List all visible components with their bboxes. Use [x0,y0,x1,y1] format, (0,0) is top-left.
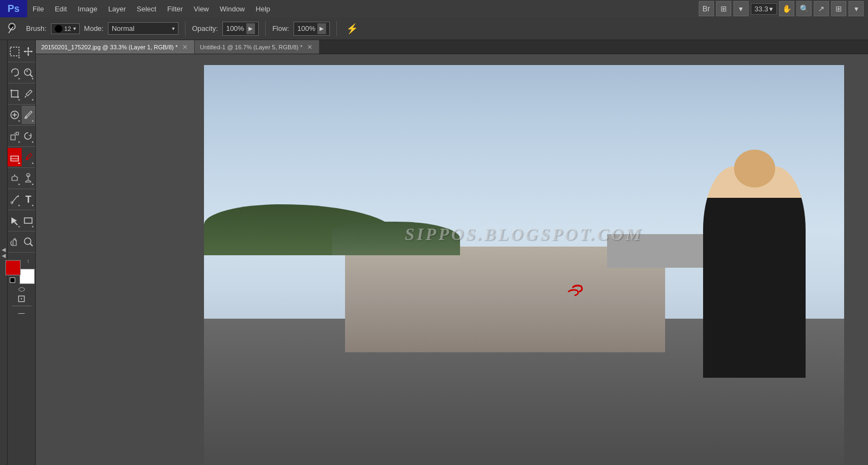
spot-healing-tool[interactable]: ▸ [8,106,22,124]
brush-size: 12 [65,25,71,32]
mode-dropdown[interactable]: Normal ▾ [108,22,178,35]
menu-right-area: Br ⊞ ▾ 33.3 ▾ ✋ 🔍 ↗ ⊞ ▾ [699,1,868,16]
move-tool[interactable] [22,42,36,61]
arrange-dropdown[interactable]: ▾ [733,1,749,16]
swap-colors-icon[interactable]: ↕ [27,258,34,264]
tool-group-pen: ▸ T ▸ [8,190,35,210]
extra-tools-indicator: — [12,308,31,318]
menu-bar: Ps File Edit Image Layer Select Filter V… [0,0,868,17]
search-icon[interactable]: 🔍 [796,1,812,16]
mode-value: Normal [112,24,135,33]
menu-window[interactable]: Window [214,0,250,17]
doc-area: 20150201_175202.jpg @ 33.3% (Layer 1, RG… [36,40,868,465]
mode-label: Mode: [84,24,104,33]
tool-group-selection: ▸ [8,42,35,62]
divider-3 [336,21,337,36]
brush-label: Brush: [26,24,47,33]
menu-view[interactable]: View [188,0,214,17]
tab-1-label: Untitled-1 @ 16.7% (Layer 5, RGB/8) * [200,44,303,50]
shape-tool[interactable]: ▸ [22,211,36,230]
background-color[interactable] [20,269,35,284]
flow-label: Flow: [272,24,289,33]
workspaces-icon[interactable]: ⊞ [831,1,846,16]
zoom-display: 33.3 ▾ [751,3,777,15]
menu-help[interactable]: Help [250,0,276,17]
crop-tool[interactable]: ▸ [8,85,22,103]
tool-group-healing: ▸ ▸ [8,106,35,126]
tab-bar: 20150201_175202.jpg @ 33.3% (Layer 1, RG… [36,40,868,54]
menu-image[interactable]: Image [72,0,103,17]
airbrush-toggle[interactable]: ⚡ [343,20,361,37]
clone-stamp-tool[interactable]: ▸ [8,127,22,145]
svg-rect-20 [24,218,32,223]
menu-select[interactable]: Select [131,0,162,17]
flow-increase[interactable]: ▶ [317,23,326,34]
history-brush-tool[interactable]: ▸ [22,127,36,145]
opacity-value: 100% [226,24,244,33]
tool-group-crop: ▸ ▸ [8,85,35,105]
zoom-tool[interactable] [22,232,36,251]
lasso-tool[interactable]: ▸ [8,63,22,82]
svg-line-22 [30,243,33,246]
tab-1[interactable]: Untitled-1 @ 16.7% (Layer 5, RGB/8) * ✕ [195,40,320,54]
pan-tool-icon[interactable]: ✋ [779,1,794,16]
tool-group-clone: ▸ ▸ [8,127,35,147]
dodge-tool[interactable]: ▸ [22,169,36,188]
menu-filter[interactable]: Filter [162,0,188,17]
eraser-tool[interactable]: ▸ [8,148,22,166]
tool-group-navigate [8,232,35,253]
canvas-area: SIPPOS.BLOGSPOT.COM [36,54,868,465]
text-tool[interactable]: T ▸ [22,190,36,209]
quick-selection-tool[interactable]: * ▸ [22,63,36,82]
person-head [734,150,775,188]
svg-text:*: * [26,69,28,75]
blur-tool[interactable]: ▸ [8,169,22,188]
menu-layer[interactable]: Layer [103,0,132,17]
bridge-button[interactable]: Br [699,1,714,16]
tab-0-label: 20150201_175202.jpg @ 33.3% (Layer 1, RG… [41,44,178,50]
menu-edit[interactable]: Edit [49,0,72,17]
tab-0[interactable]: 20150201_175202.jpg @ 33.3% (Layer 1, RG… [36,40,195,54]
navigate-icon[interactable]: ↗ [814,1,829,16]
brush-picker[interactable]: 12 ▾ [51,23,80,34]
collapse-panel-button[interactable]: ◀◀ [0,40,8,465]
brush-arrow: ▾ [73,25,76,31]
screen-mode-button[interactable]: ⊡ [12,294,31,303]
divider-1 [185,21,186,36]
zoom-arrow: ▾ [769,5,773,13]
divider-2 [265,21,266,36]
path-selection-tool[interactable]: ▸ [8,211,22,230]
arrange-button[interactable]: ⊞ [716,1,731,16]
mode-arrow: ▾ [172,25,175,31]
menu-file[interactable]: File [27,0,49,17]
brush-tool[interactable]: ▸ [22,106,36,124]
tool-group-blur: ▸ ▸ [8,169,35,189]
tool-group-path: ▸ ▸ [8,211,35,231]
paint-bucket-tool[interactable]: ▸ [22,148,36,166]
eyedropper-tool[interactable]: ▸ [22,85,36,103]
workspaces-dropdown[interactable]: ▾ [848,1,864,16]
hand-tool[interactable] [8,232,22,251]
tab-1-close[interactable]: ✕ [306,43,314,51]
ps-logo: Ps [0,0,27,17]
toolbar-divider [12,306,31,306]
pen-tool[interactable]: ▸ [8,190,22,209]
color-swatches: ↕ ⬭ ⊡ — [8,254,35,322]
options-bar: Brush: 12 ▾ Mode: Normal ▾ Opacity: 100%… [0,17,868,40]
active-tool-icon [4,20,22,37]
main-area: ◀◀ ▸ ▸ [0,40,868,465]
foreground-color[interactable] [5,260,21,275]
opacity-increase[interactable]: ▶ [246,23,255,34]
tool-group-lasso: ▸ * ▸ [8,63,35,83]
svg-line-7 [25,96,26,98]
default-colors-icon[interactable] [10,277,15,283]
text-tool-label: T [25,194,31,205]
canvas-container: SIPPOS.BLOGSPOT.COM [204,65,844,465]
svg-rect-12 [11,135,15,140]
photo-background: SIPPOS.BLOGSPOT.COM [204,65,844,465]
tab-0-close[interactable]: ✕ [181,43,189,51]
toolbar: ▸ ▸ [8,40,36,465]
opacity-box: 100% ▶ [222,22,259,36]
marquee-tool[interactable]: ▸ [8,42,22,61]
watermark: SIPPOS.BLOGSPOT.COM [405,224,643,244]
